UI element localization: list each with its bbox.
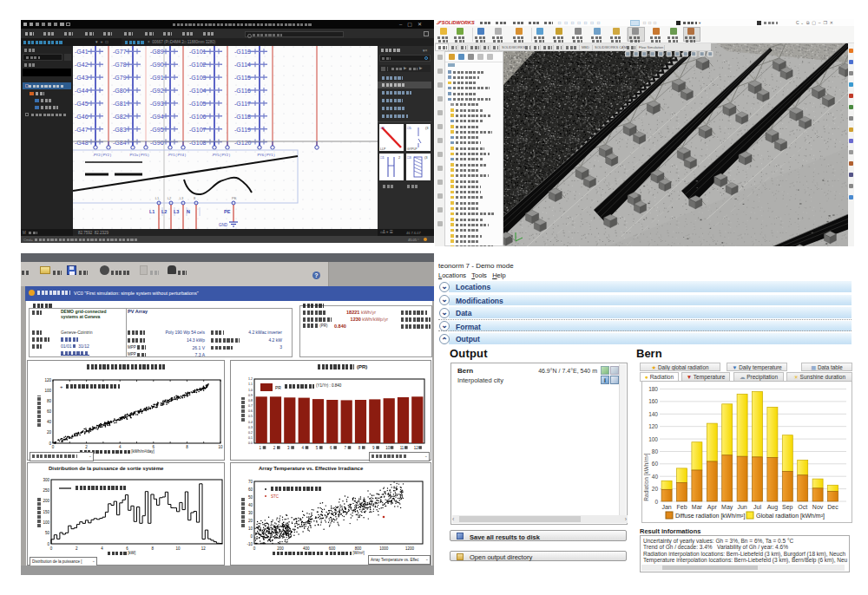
svg-text:.PY1 ( PY4 ): .PY1 ( PY4 ) <box>168 153 187 157</box>
svg-text:STC: STC <box>271 494 279 499</box>
svg-text:150: 150 <box>43 510 49 514</box>
svg-text:6: 6 <box>330 446 332 450</box>
svg-text:80: 80 <box>47 399 52 403</box>
svg-text:300: 300 <box>43 478 49 482</box>
svg-text:(3: (3 <box>425 126 429 130</box>
svg-text:40: 40 <box>248 503 253 507</box>
svg-text:N: N <box>187 209 190 214</box>
svg-text:□3: □3 <box>407 155 411 160</box>
svg-text:-G89: -G89 <box>150 49 164 55</box>
svg-text:2: 2 <box>398 155 401 160</box>
svg-text:Feb: Feb <box>676 504 687 510</box>
svg-text:1.2: 1.2 <box>248 377 253 381</box>
svg-text:-G84: -G84 <box>113 140 127 146</box>
svg-text:-G94: -G94 <box>150 114 164 120</box>
svg-text:12: 12 <box>414 446 419 450</box>
svg-text:20: 20 <box>47 430 52 435</box>
svg-text:120: 120 <box>648 423 658 429</box>
svg-text:60: 60 <box>47 409 52 414</box>
svg-text:200: 200 <box>43 499 49 503</box>
svg-text:L3: L3 <box>180 196 184 200</box>
svg-text:.PY5 ( PY2 ): .PY5 ( PY2 ) <box>212 153 231 157</box>
svg-text:0.7: 0.7 <box>248 404 253 408</box>
svg-text:8: 8 <box>152 546 155 551</box>
svg-text:-G81: -G81 <box>113 101 127 107</box>
svg-text:0.3: 0.3 <box>248 426 253 429</box>
svg-text:50: 50 <box>248 495 253 500</box>
svg-text:Jan: Jan <box>661 504 671 510</box>
svg-text:-G93: -G93 <box>150 101 164 107</box>
svg-text:-G82: -G82 <box>113 114 127 120</box>
svg-text:(3: (3 <box>424 155 428 160</box>
svg-text:Mar: Mar <box>692 504 703 510</box>
svg-text:180: 180 <box>648 386 658 392</box>
svg-text:10: 10 <box>385 446 391 450</box>
svg-text:PR: PR <box>275 385 281 390</box>
svg-text:Dec: Dec <box>827 504 838 510</box>
svg-text:0.8: 0.8 <box>248 399 253 402</box>
svg-text:0: 0 <box>253 546 256 551</box>
svg-text:-G43: -G43 <box>75 75 89 81</box>
svg-text:Jul: Jul <box>753 504 761 510</box>
svg-text:60: 60 <box>248 487 253 492</box>
svg-text:1.1: 1.1 <box>248 382 253 386</box>
svg-text:-G91: -G91 <box>150 75 164 81</box>
svg-text:4: 4 <box>101 546 103 551</box>
svg-text:-G95: -G95 <box>150 127 164 133</box>
svg-text:10: 10 <box>218 445 223 449</box>
svg-text:12: 12 <box>201 546 207 551</box>
svg-text:40: 40 <box>652 474 659 480</box>
svg-text:□2: □2 <box>380 126 385 130</box>
svg-text:-G48: -G48 <box>75 140 89 146</box>
svg-text:-G80: -G80 <box>113 88 127 94</box>
svg-text:PE: PE <box>224 209 231 214</box>
svg-text:-G83: -G83 <box>113 127 127 133</box>
svg-text:Jun: Jun <box>737 504 746 510</box>
svg-text:60: 60 <box>652 461 659 467</box>
svg-text:L2: L2 <box>168 196 172 200</box>
svg-text:0.6: 0.6 <box>248 409 253 413</box>
svg-text:L1: L1 <box>155 196 160 200</box>
svg-text:-G92: -G92 <box>150 88 164 94</box>
svg-text:-G77: -G77 <box>113 49 127 55</box>
svg-text:0: 0 <box>47 542 49 546</box>
svg-text:8: 8 <box>358 446 361 450</box>
svg-text:0: 0 <box>50 546 53 551</box>
svg-text:20: 20 <box>652 486 659 492</box>
svg-text:GND: GND <box>219 223 228 227</box>
svg-text:3: 3 <box>287 446 290 450</box>
svg-text:Radiation [kWh/m²]: Radiation [kWh/m²] <box>643 453 650 500</box>
svg-text:10: 10 <box>248 526 253 531</box>
svg-text:2: 2 <box>76 546 78 551</box>
svg-text:1: 1 <box>259 446 261 450</box>
svg-text:0.4: 0.4 <box>248 421 253 424</box>
svg-text:Diffuse radiation [kWh/m²]: Diffuse radiation [kWh/m²] <box>675 513 745 520</box>
svg-text:140: 140 <box>648 411 658 417</box>
svg-text:L3: L3 <box>174 209 179 214</box>
svg-text:-G42: -G42 <box>75 62 89 68</box>
svg-text:Global radiation [kWh/m²]: Global radiation [kWh/m²] <box>756 513 825 520</box>
svg-text:-10: -10 <box>247 542 253 546</box>
svg-text:0.0: 0.0 <box>248 441 253 445</box>
svg-text:11: 11 <box>400 446 404 450</box>
svg-text:GYPLP: GYPLP <box>407 147 418 151</box>
svg-text:Oct: Oct <box>798 504 807 510</box>
svg-text:Aug: Aug <box>767 504 779 511</box>
svg-text:PE: PE <box>232 196 237 200</box>
svg-text:0: 0 <box>52 445 55 449</box>
svg-text:-G45: -G45 <box>75 101 89 107</box>
svg-text:0: 0 <box>250 534 253 539</box>
svg-text:2: 2 <box>273 446 276 450</box>
svg-text:+: + <box>60 384 63 389</box>
svg-text:1200: 1200 <box>405 546 415 551</box>
svg-text:1000: 1000 <box>379 546 389 551</box>
svg-text:-G46: -G46 <box>75 114 89 120</box>
svg-text:80: 80 <box>652 448 659 454</box>
svg-text:160: 160 <box>648 398 658 404</box>
svg-text:30: 30 <box>248 511 253 515</box>
svg-text:-G79: -G79 <box>113 75 127 81</box>
svg-text:PY6 ( PY1 ): PY6 ( PY1 ) <box>257 153 275 157</box>
svg-text:-G41: -G41 <box>75 49 89 55</box>
svg-text:120: 120 <box>44 378 51 382</box>
svg-text:70: 70 <box>248 480 253 484</box>
